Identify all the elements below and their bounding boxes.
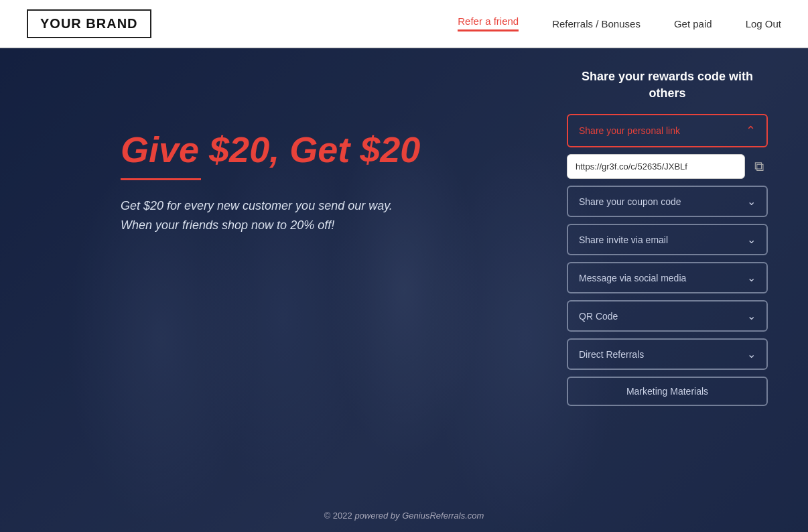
nav-refer-friend[interactable]: Refer a friend <box>458 15 519 31</box>
message-social-media-button[interactable]: Message via social media ⌄ <box>567 262 768 293</box>
marketing-materials-button[interactable]: Marketing Materials <box>567 377 768 406</box>
copyright-text: © 2022 <box>324 511 352 521</box>
chevron-down-icon: ⌄ <box>747 195 756 208</box>
referral-link-input[interactable] <box>567 154 745 179</box>
hero-content: Give $20, Get $20 Get $20 for every new … <box>121 129 420 235</box>
share-coupon-code-button[interactable]: Share your coupon code ⌄ <box>567 186 768 217</box>
right-panel: Share your rewards code with others Shar… <box>567 68 768 413</box>
nav-referrals-bonuses[interactable]: Referrals / Bonuses <box>552 18 641 29</box>
hero-title: Give $20, Get $20 <box>121 129 420 170</box>
hero-description: Get $20 for every new customer you send … <box>121 196 420 235</box>
chevron-up-icon: ⌃ <box>746 123 756 138</box>
nav-links: Refer a friend Referrals / Bonuses Get p… <box>458 15 781 31</box>
panel-title: Share your rewards code with others <box>567 68 768 102</box>
navbar: YOUR BRAND Refer a friend Referrals / Bo… <box>0 0 808 48</box>
hero-divider <box>121 178 201 180</box>
share-invite-email-button[interactable]: Share invite via email ⌄ <box>567 224 768 255</box>
chevron-down-icon: ⌄ <box>747 271 756 284</box>
chevron-down-icon: ⌄ <box>747 310 756 322</box>
share-invite-email-label: Share invite via email <box>579 235 668 245</box>
marketing-materials-label: Marketing Materials <box>626 386 708 397</box>
message-social-media-label: Message via social media <box>579 273 686 283</box>
footer: © 2022 powered by GeniusReferrals.com <box>0 498 808 532</box>
share-personal-link-label: Share your personal link <box>579 125 680 136</box>
hero-desc-line1: Get $20 for every new customer you send … <box>121 199 393 212</box>
brand-name: YOUR BRAND <box>40 16 138 31</box>
qr-code-button[interactable]: QR Code ⌄ <box>567 300 768 332</box>
copy-link-button[interactable]: ⧉ <box>750 155 768 178</box>
link-row: ⧉ <box>567 154 768 179</box>
nav-logout[interactable]: Log Out <box>746 18 781 29</box>
qr-code-label: QR Code <box>579 311 618 322</box>
powered-by-text: powered by <box>354 511 399 521</box>
hero-section: Give $20, Get $20 Get $20 for every new … <box>0 48 808 532</box>
direct-referrals-button[interactable]: Direct Referrals ⌄ <box>567 338 768 370</box>
direct-referrals-label: Direct Referrals <box>579 349 644 360</box>
brand-logo: YOUR BRAND <box>27 9 151 38</box>
genius-referrals-link[interactable]: GeniusReferrals.com <box>402 511 484 521</box>
hero-desc-line2: When your friends shop now to 20% off! <box>121 218 334 232</box>
chevron-down-icon: ⌄ <box>747 233 756 246</box>
nav-get-paid[interactable]: Get paid <box>674 18 712 29</box>
copy-icon: ⧉ <box>754 159 764 174</box>
chevron-down-icon: ⌄ <box>747 348 756 360</box>
share-personal-link-button[interactable]: Share your personal link ⌃ <box>567 114 768 147</box>
share-coupon-code-label: Share your coupon code <box>579 196 681 207</box>
